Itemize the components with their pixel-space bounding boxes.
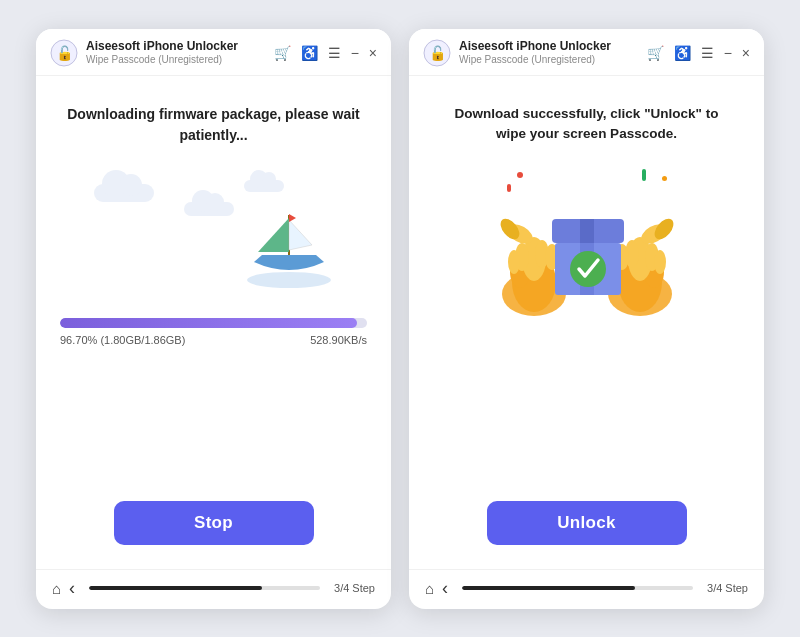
confetti-1 <box>517 172 523 178</box>
app-logo-left: 🔓 <box>50 39 78 67</box>
left-panel: 🔓 Aiseesoft iPhone Unlocker Wipe Passcod… <box>36 29 391 609</box>
menu-icon-right[interactable]: ☰ <box>701 45 714 61</box>
progress-fill <box>60 318 357 328</box>
svg-point-20 <box>654 250 666 274</box>
title-bar-left: 🔓 Aiseesoft iPhone Unlocker Wipe Passcod… <box>36 29 391 76</box>
back-icon-right[interactable]: ‹ <box>442 578 448 599</box>
menu-icon-left[interactable]: ☰ <box>328 45 341 61</box>
close-icon-right[interactable]: × <box>742 45 750 61</box>
boat-illustration <box>244 200 334 294</box>
svg-point-2 <box>247 272 331 288</box>
left-content: Downloading firmware package, please wai… <box>36 76 391 569</box>
cart-icon-right[interactable]: 🛒 <box>647 45 664 61</box>
success-illustration <box>487 164 687 329</box>
title-bar-actions-right: 🛒 ♿ ☰ − × <box>647 45 750 61</box>
svg-text:🔓: 🔓 <box>429 45 447 62</box>
progress-section: 96.70% (1.80GB/1.86GB) 528.90KB/s <box>60 318 367 346</box>
title-bar-actions-left: 🛒 ♿ ☰ − × <box>274 45 377 61</box>
svg-marker-4 <box>289 214 296 222</box>
svg-text:🔓: 🔓 <box>56 45 74 62</box>
unlock-button[interactable]: Unlock <box>487 501 687 545</box>
minimize-icon-right[interactable]: − <box>724 45 732 61</box>
bottom-bar-left: ⌂ ‹ 3/4 Step <box>36 569 391 609</box>
progress-track <box>60 318 367 328</box>
cloud-2 <box>244 180 284 192</box>
bottom-bar-right: ⌂ ‹ 3/4 Step <box>409 569 764 609</box>
svg-rect-28 <box>580 219 594 243</box>
svg-point-12 <box>508 250 520 274</box>
step-label-right: 3/4 Step <box>707 582 748 594</box>
confetti-3 <box>662 176 667 181</box>
title-bar-right: 🔓 Aiseesoft iPhone Unlocker Wipe Passcod… <box>409 29 764 76</box>
confetti-2 <box>642 169 646 181</box>
bottom-progress-fill-left <box>89 586 262 590</box>
app-name-right: Aiseesoft iPhone Unlocker <box>459 39 647 53</box>
bottom-progress-fill-right <box>462 586 635 590</box>
progress-labels: 96.70% (1.80GB/1.86GB) 528.90KB/s <box>60 334 367 346</box>
app-name-left: Aiseesoft iPhone Unlocker <box>86 39 274 53</box>
success-svg <box>492 164 682 329</box>
right-heading: Download successfully, click "Unlock" to… <box>433 104 740 145</box>
right-panel: 🔓 Aiseesoft iPhone Unlocker Wipe Passcod… <box>409 29 764 609</box>
accessibility-icon-left[interactable]: ♿ <box>301 45 318 61</box>
app-subtitle-right: Wipe Passcode (Unregistered) <box>459 54 647 66</box>
home-icon-left[interactable]: ⌂ <box>52 580 61 597</box>
stop-button[interactable]: Stop <box>114 501 314 545</box>
accessibility-icon-right[interactable]: ♿ <box>674 45 691 61</box>
app-logo-right: 🔓 <box>423 39 451 67</box>
close-icon-left[interactable]: × <box>369 45 377 61</box>
progress-speed: 528.90KB/s <box>310 334 367 346</box>
home-icon-right[interactable]: ⌂ <box>425 580 434 597</box>
svg-point-31 <box>570 251 606 287</box>
progress-percent-size: 96.70% (1.80GB/1.86GB) <box>60 334 185 346</box>
step-label-left: 3/4 Step <box>334 582 375 594</box>
left-heading: Downloading firmware package, please wai… <box>60 104 367 146</box>
confetti-4 <box>507 184 511 192</box>
cloud-1 <box>94 184 154 202</box>
bottom-progress-track-right <box>462 586 693 590</box>
boat-scene <box>84 174 344 304</box>
app-subtitle-left: Wipe Passcode (Unregistered) <box>86 54 274 66</box>
back-icon-left[interactable]: ‹ <box>69 578 75 599</box>
cart-icon-left[interactable]: 🛒 <box>274 45 291 61</box>
minimize-icon-left[interactable]: − <box>351 45 359 61</box>
cloud-3 <box>184 202 234 216</box>
bottom-progress-track-left <box>89 586 320 590</box>
right-content: Download successfully, click "Unlock" to… <box>409 76 764 569</box>
